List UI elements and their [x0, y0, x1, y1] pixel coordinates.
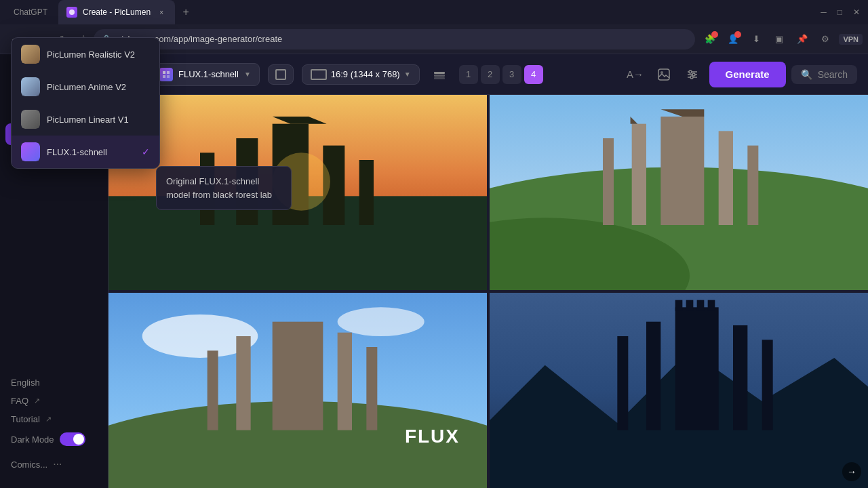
count-1-button[interactable]: 1	[459, 65, 478, 84]
svg-point-16	[690, 76, 693, 79]
toolbar-actions: A→	[624, 62, 857, 87]
svg-rect-6	[434, 72, 445, 74]
svg-rect-30	[632, 124, 646, 225]
image-cell-3: FLUX	[108, 293, 487, 488]
svg-point-15	[692, 73, 695, 76]
svg-rect-7	[434, 75, 445, 77]
svg-rect-48	[646, 322, 660, 430]
filters-icon[interactable]	[681, 63, 704, 86]
dropdown-item-realistic[interactable]: PicLumen Realistic V2	[108, 54, 159, 70]
svg-rect-20	[236, 138, 258, 225]
sidebar-bottom: English FAQ ↗ Tutorial ↗ Dark Mode Comic…	[0, 372, 108, 480]
active-tab[interactable]: Create - PicLumen ×	[58, 0, 175, 24]
nav-actions: 🧩 ! 👤 ! ⬇ ▣ 📌 ⚙ VPN	[701, 30, 863, 49]
svg-rect-50	[733, 325, 747, 430]
generate-button[interactable]: Generate	[709, 62, 786, 87]
close-window-button[interactable]: ✕	[850, 5, 863, 20]
svg-rect-53	[686, 300, 694, 311]
address-bar[interactable]: 🔒 piclumen.com/app/image-generator/creat…	[94, 29, 695, 49]
chatgpt-tab-label: ChatGPT	[14, 7, 47, 17]
svg-rect-49	[675, 307, 719, 430]
svg-rect-19	[200, 152, 214, 225]
search-label: Search	[818, 69, 848, 80]
count-2-button[interactable]: 2	[481, 65, 500, 84]
faq-external-icon: ↗	[34, 396, 40, 405]
image-grid: FLUX	[108, 95, 868, 488]
svg-rect-54	[697, 300, 705, 311]
realistic-model-label: PicLumen Realistic V2	[108, 54, 135, 60]
model-selector[interactable]: FLUX.1-schnell ▼	[151, 63, 260, 86]
svg-rect-8	[434, 77, 445, 79]
widescreen-icon	[311, 69, 327, 80]
svg-rect-41	[236, 336, 250, 430]
model-icon	[159, 68, 173, 81]
svg-point-0	[69, 9, 75, 15]
count-4-button[interactable]: 4	[524, 65, 543, 84]
count-buttons: 1 2 3 4	[459, 65, 543, 84]
sidebar-item-faq[interactable]: FAQ ↗	[11, 396, 97, 406]
new-tab-button[interactable]: +	[178, 4, 194, 20]
window-controls: ─ □ ✕	[818, 5, 863, 20]
minimize-button[interactable]: ─	[818, 5, 829, 20]
image-nav-right[interactable]: →	[842, 462, 861, 481]
tab-strip: ChatGPT Create - PicLumen × +	[5, 0, 812, 24]
svg-point-14	[689, 70, 692, 73]
sidebar-collection[interactable]: Comics... ···	[11, 454, 97, 474]
maximize-button[interactable]: □	[835, 5, 845, 20]
toolbar: ⬡ FLUX.1-schnell ▼ 16:9 (1344 x 768) ▼	[108, 54, 868, 95]
search-button[interactable]: 🔍 Search	[791, 65, 857, 84]
tab-favicon	[66, 7, 77, 18]
settings-nav-button[interactable]: ⚙	[816, 30, 835, 49]
faq-label: FAQ	[11, 396, 28, 406]
tutorial-external-icon: ↗	[45, 415, 52, 424]
tab-close-button[interactable]: ×	[156, 7, 167, 18]
svg-point-39	[338, 307, 425, 336]
image-upload-icon[interactable]	[652, 63, 675, 86]
sidebar-toggle[interactable]: ▣	[770, 30, 789, 49]
svg-rect-52	[675, 300, 683, 311]
aspect-ratio-square-btn[interactable]	[268, 64, 294, 85]
image-cell-1	[108, 95, 487, 290]
title-bar: ChatGPT Create - PicLumen × + ─ □ ✕	[0, 0, 868, 24]
svg-rect-40	[208, 350, 218, 430]
dropdown-item-lineart[interactable]: PicLumen Lineart V1	[108, 103, 159, 136]
dropdown-item-anime[interactable]: PicLumen Anime V2	[108, 70, 159, 103]
collection-label: Comics...	[11, 460, 47, 470]
main-content: ⬡ FLUX.1-schnell ▼ 16:9 (1344 x 768) ▼	[108, 54, 868, 488]
svg-rect-2	[163, 71, 165, 74]
profile-button[interactable]: 👤 !	[724, 30, 743, 49]
svg-rect-55	[708, 300, 715, 311]
toggle-knob	[73, 434, 84, 445]
dark-mode-switch[interactable]	[60, 432, 85, 446]
selected-checkmark: ✓	[142, 146, 150, 157]
lineart-model-label: PicLumen Lineart V1	[108, 115, 129, 125]
svg-rect-29	[603, 138, 614, 225]
anime-model-label: PicLumen Anime V2	[108, 82, 126, 92]
svg-rect-4	[163, 75, 165, 78]
extensions-button[interactable]: 🧩 !	[701, 30, 719, 49]
chatgpt-tab[interactable]: ChatGPT	[5, 0, 56, 24]
svg-rect-47	[617, 336, 628, 430]
svg-rect-42	[273, 322, 323, 430]
model-dropdown-arrow: ▼	[244, 70, 251, 78]
count-3-button[interactable]: 3	[502, 65, 521, 84]
pin-button[interactable]: 📌	[793, 30, 812, 49]
download-button[interactable]: ⬇	[747, 30, 766, 49]
translate-icon[interactable]: A→	[624, 63, 647, 86]
svg-point-25	[273, 152, 330, 210]
dark-mode-toggle[interactable]: Dark Mode	[11, 432, 97, 446]
vpn-badge[interactable]: VPN	[839, 34, 863, 45]
tutorial-label: Tutorial	[11, 414, 40, 424]
layers-icon[interactable]	[428, 63, 451, 86]
dark-mode-label: Dark Mode	[11, 434, 54, 445]
dropdown-item-flux[interactable]: FLUX.1-schnell ✓	[108, 136, 159, 168]
sidebar-item-english[interactable]: English	[11, 378, 97, 388]
collection-more-icon[interactable]: ···	[53, 458, 62, 470]
search-icon: 🔍	[801, 69, 812, 80]
svg-rect-31	[660, 117, 704, 225]
svg-rect-9	[658, 69, 669, 80]
english-label: English	[11, 378, 40, 388]
sidebar-item-tutorial[interactable]: Tutorial ↗	[11, 414, 97, 424]
aspect-ratio-label: 16:9 (1344 x 768)	[331, 69, 400, 79]
aspect-ratio-selector[interactable]: 16:9 (1344 x 768) ▼	[302, 64, 420, 85]
